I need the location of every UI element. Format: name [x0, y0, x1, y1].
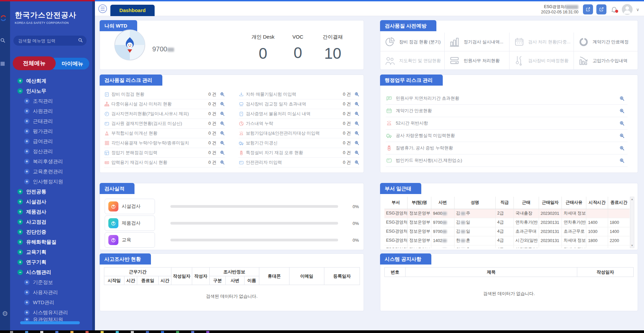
- performance-category-button[interactable]: 시설검사: [105, 199, 155, 214]
- table-row[interactable]: ESG경영처정보운영부1402한훈4급야간근무(본20230131차세대 정보2…: [384, 245, 630, 248]
- table-row[interactable]: ESG경영처정보운영부9700김일4급연차휴가(반20230131연차휴가(반1…: [384, 218, 630, 227]
- sidebar-item-시설검사[interactable]: +시설검사: [10, 197, 92, 207]
- os-taskbar[interactable]: [0, 330, 644, 333]
- sidebar-item-예산회계[interactable]: +예산회계: [10, 76, 92, 86]
- counter-VOC[interactable]: VOC0: [280, 34, 315, 62]
- magnifier-plus-icon[interactable]: [354, 140, 360, 146]
- notifications-bell-icon[interactable]: [610, 5, 619, 14]
- prevention-tile-민원사무 처리현황[interactable]: 민원사무 처리현황: [445, 51, 509, 70]
- sidebar-item-인사노무[interactable]: −인사노무: [10, 86, 92, 96]
- open-window-button[interactable]: [583, 4, 593, 14]
- magnifier-plus-icon[interactable]: [619, 96, 625, 101]
- taskbar-app-icon[interactable]: [86, 331, 89, 333]
- sidebar-item-사원관리[interactable]: +사원관리: [10, 106, 92, 116]
- taskbar-app-icon[interactable]: [55, 331, 58, 333]
- taskbar-app-icon[interactable]: [176, 331, 179, 333]
- sidebar-item-사고점검[interactable]: +사고점검: [10, 217, 92, 227]
- taskbar-app-icon[interactable]: [116, 331, 119, 333]
- prevention-tile-검사장비 미배정현황[interactable]: 검사장비 미배정현황: [509, 51, 574, 70]
- sidebar-item-사용자관리[interactable]: +사용자관리: [10, 287, 92, 297]
- taskbar-app-icon[interactable]: [131, 331, 134, 333]
- sidebar-item-조직관리[interactable]: +조직관리: [10, 96, 92, 106]
- magnifier-plus-icon[interactable]: [220, 101, 225, 107]
- taskbar-app-icon[interactable]: [10, 331, 13, 333]
- magnifier-plus-icon[interactable]: [220, 111, 225, 116]
- magnifier-plus-icon[interactable]: [220, 121, 225, 126]
- magnifier-plus-icon[interactable]: [220, 131, 225, 136]
- tab-dashboard[interactable]: Dashboard: [110, 5, 155, 16]
- sidebar-item-제품검사[interactable]: +제품검사: [10, 207, 92, 217]
- panel-accident-team: 사고조사반 현황 근무기간 작성일자 작성자 조사반정보 휴대폰 이메일 등록일…: [100, 253, 364, 311]
- prevention-tile-정기검사 실시내역...[interactable]: 정기검사 실시내역...: [445, 33, 509, 51]
- open-multi-window-button[interactable]: [596, 4, 606, 14]
- magnifier-plus-icon[interactable]: [354, 131, 360, 136]
- performance-category-button[interactable]: 교육: [105, 232, 155, 248]
- sidebar-item-복리후생관리[interactable]: +복리후생관리: [10, 156, 92, 166]
- sidebar-item-WTD관리[interactable]: +WTD관리: [10, 297, 92, 307]
- magnifier-plus-icon[interactable]: [619, 133, 625, 139]
- taskbar-app-icon[interactable]: [146, 331, 149, 333]
- sidebar-item-시스템관리[interactable]: −시스템관리: [10, 267, 92, 277]
- avatar[interactable]: [622, 4, 633, 15]
- risk-item-count: 0 건: [336, 111, 351, 117]
- prevention-tile-지도확인 및 면담현황[interactable]: 지도확인 및 면담현황: [380, 51, 445, 70]
- taskbar-app-icon[interactable]: [25, 331, 28, 333]
- attendance-scrollbar[interactable]: ▲▼: [630, 197, 634, 248]
- prevention-tile-계약기간 만료예정[interactable]: 계약기간 만료예정: [574, 33, 638, 51]
- magnifier-plus-icon[interactable]: [619, 145, 625, 151]
- sidebar-item-급여관리[interactable]: +급여관리: [10, 136, 92, 146]
- magnifier-plus-icon[interactable]: [354, 101, 360, 107]
- performance-category-button[interactable]: 제품검사: [105, 216, 155, 231]
- table-row[interactable]: ESG경영처정보운영부9400김주2급국내출장20230201차세대 정보: [384, 209, 630, 218]
- sidebar-scrollbar-horizontal[interactable]: [20, 321, 80, 324]
- magnifier-plus-icon[interactable]: [354, 111, 360, 116]
- taskbar-app-icon[interactable]: [206, 331, 209, 333]
- magnifier-plus-icon[interactable]: [220, 150, 225, 155]
- menu-grid-icon[interactable]: [0, 61, 10, 66]
- gear-icon[interactable]: ⚙: [0, 310, 10, 318]
- sidebar-item-진단인증[interactable]: +진단인증: [10, 227, 92, 237]
- magnifier-plus-icon[interactable]: [354, 160, 360, 165]
- sidebar-item-연구기획[interactable]: +연구기획: [10, 257, 92, 267]
- table-row[interactable]: ESG경영처정보운영부9700김일4급초과근무대20230131초과근무로103…: [384, 227, 630, 236]
- search-icon[interactable]: [0, 38, 10, 43]
- menu-search-input[interactable]: [13, 36, 87, 46]
- magnifier-plus-icon[interactable]: [220, 92, 225, 97]
- magnifier-plus-icon[interactable]: [220, 140, 225, 146]
- magnifier-plus-icon[interactable]: [354, 92, 360, 97]
- sidebar-item-평가관리[interactable]: +평가관리: [10, 126, 92, 136]
- sidebar-item-인사행정지원[interactable]: +인사행정지원: [10, 177, 92, 187]
- taskbar-app-icon[interactable]: [161, 331, 164, 333]
- prevention-tile-장비 점검 현황 (분기)[interactable]: 장비 점검 현황 (분기): [380, 33, 445, 51]
- prevention-tile-검사 처리 현황(다중...[interactable]: 검사 처리 현황(다중...: [509, 33, 574, 51]
- search-submit-icon[interactable]: [78, 38, 83, 43]
- risk-item: 각인사용결재 누락/수량누락/종류미일치0 건: [104, 138, 225, 148]
- tab-all-menu[interactable]: 전체메뉴: [13, 56, 56, 70]
- taskbar-app-icon[interactable]: [40, 331, 43, 333]
- sidebar-item-교육기획[interactable]: +교육기획: [10, 247, 92, 257]
- counter-개인 Desk[interactable]: 개인 Desk0: [246, 34, 280, 62]
- sidebar-item-시스템유지관리[interactable]: +시스템유지관리: [10, 307, 92, 318]
- taskbar-app-icon[interactable]: [191, 331, 194, 333]
- progress-percent: 0%: [347, 238, 359, 243]
- taskbar-app-icon[interactable]: [70, 331, 73, 333]
- sidebar-item-교육훈련관리[interactable]: +교육훈련관리: [10, 166, 92, 177]
- counter-간이결재[interactable]: 간이결재10: [315, 34, 350, 62]
- sidebar-item-유해화학물질[interactable]: +유해화학물질: [10, 237, 92, 247]
- table-row[interactable]: ESG경영처정보운영부1402한훈4급시간외(일반20230131차세대 정보1…: [384, 236, 630, 245]
- risk-item-label: 특정설비 차기 재검 오류 현황: [246, 150, 336, 156]
- magnifier-plus-icon[interactable]: [619, 158, 625, 163]
- magnifier-plus-icon[interactable]: [619, 121, 625, 126]
- chevron-down-icon[interactable]: ∨: [636, 7, 639, 12]
- magnifier-plus-icon[interactable]: [354, 150, 360, 155]
- sidebar-item-안전공통[interactable]: +안전공통: [10, 187, 92, 197]
- magnifier-plus-icon[interactable]: [220, 160, 225, 165]
- hamburger-menu-icon[interactable]: [98, 4, 107, 13]
- magnifier-plus-icon[interactable]: [619, 108, 625, 114]
- sidebar-item-근태관리[interactable]: +근태관리: [10, 116, 92, 126]
- sidebar-item-정산관리[interactable]: +정산관리: [10, 146, 92, 156]
- prevention-tile-고압가스수입내역[interactable]: 고압가스수입내역: [574, 51, 638, 70]
- taskbar-app-icon[interactable]: [101, 331, 104, 333]
- magnifier-plus-icon[interactable]: [354, 121, 360, 126]
- sidebar-item-기준정보[interactable]: +기준정보: [10, 277, 92, 287]
